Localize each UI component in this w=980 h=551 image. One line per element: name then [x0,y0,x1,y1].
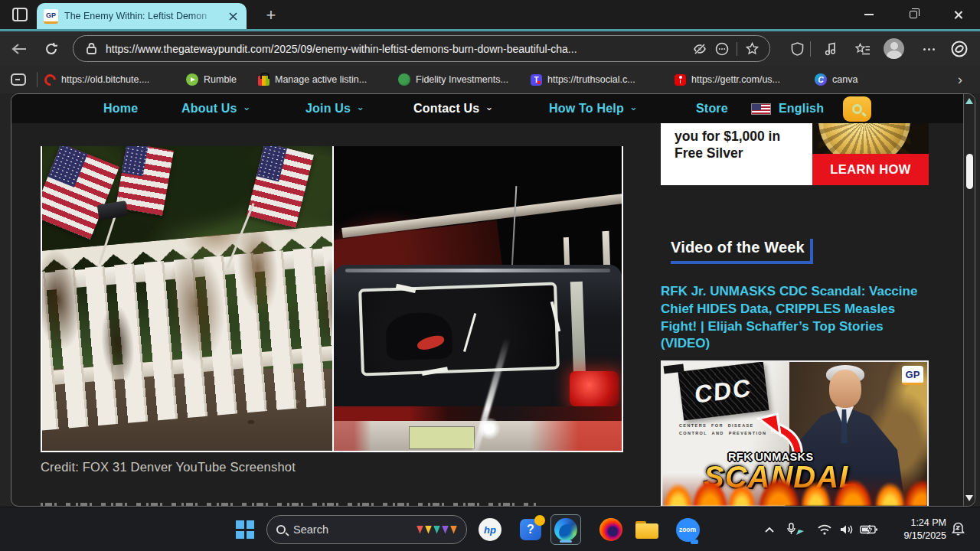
zoom-app-button[interactable]: zoom [672,514,703,545]
url-text[interactable]: https://www.thegatewaypundit.com/2025/09… [106,43,685,55]
bookmarks-overflow-chevron[interactable] [952,71,968,88]
ellipsis-glyph [923,48,935,51]
glass-shard [463,313,476,352]
refresh-button[interactable] [41,39,61,59]
bookmark-ebay-listings[interactable]: Manage active listin... [258,66,367,93]
nav-store[interactable]: Store [696,94,728,123]
favorites-icon[interactable] [853,39,873,59]
lens-flare-core [478,417,501,440]
address-bar[interactable]: https://www.thegatewaypundit.com/2025/09… [73,35,770,62]
privacy-eye-icon[interactable] [692,41,707,57]
nav-about-us[interactable]: About Us [181,94,251,123]
bookmark-canva[interactable]: C canva [815,66,858,93]
star-list-glyph [855,43,871,56]
scroll-down-arrow[interactable] [965,495,973,501]
bookmark-label: https://truthsocial.c... [547,74,635,85]
browser-toolbar: https://www.thegatewaypundit.com/2025/09… [0,31,980,66]
back-button[interactable] [9,39,29,59]
close-window-button[interactable] [936,0,980,29]
bookmark-fidelity[interactable]: Fidelity Investments... [398,66,508,93]
bookmark-rumble[interactable]: Rumble [186,66,237,93]
edge-icon [554,518,577,541]
lock-icon[interactable] [83,41,99,57]
photo-burned-car [334,146,622,451]
gp-logo-badge: GP [902,366,923,385]
search-icon [852,104,862,114]
copilot-icon[interactable] [949,39,969,59]
scroll-up-arrow[interactable] [965,98,973,104]
favorite-star-icon[interactable] [744,41,760,57]
taskbar-clock[interactable]: 1:24 PM 9/15/2025 [882,517,946,543]
bookmark-label: Manage active listin... [275,74,367,85]
tab-actions-menu-button[interactable] [11,6,29,23]
page-scrollbar[interactable] [963,94,975,506]
learn-how-button[interactable]: LEARN HOW [812,154,929,185]
search-icon [276,525,286,534]
wifi-icon[interactable] [816,522,833,537]
sidebar-panel-button[interactable] [9,71,28,88]
media-controls-icon[interactable] [821,39,841,59]
bookmark-label: https://old.bitchute.... [61,74,149,85]
eye-slash-glyph [693,43,707,55]
start-button[interactable] [230,514,260,545]
car-body [334,265,622,451]
browser-essentials-icon[interactable] [787,39,807,59]
volume-icon[interactable] [838,522,855,537]
firefox-app-button[interactable] [596,514,626,545]
zoom-icon: zoom [676,518,700,542]
nav-join-us[interactable]: Join Us [305,94,364,123]
notifications-bell[interactable] [949,520,966,536]
rumble-icon [186,73,198,86]
workspace-icon [12,8,28,21]
clock-date: 9/15/2025 [882,530,946,543]
settings-ellipsis-icon[interactable] [919,39,939,59]
bookmark-gettr[interactable]: https://gettr.com/us... [675,66,780,93]
bookmark-truthsocial[interactable]: T https://truthsocial.c... [531,66,635,93]
nav-label: About Us [181,102,237,116]
fidelity-icon [398,73,410,86]
taskbar-search[interactable]: Search [266,515,467,544]
nav-home[interactable]: Home [103,94,138,123]
help-icon: ? [520,519,541,540]
active-browser-tab[interactable]: GP The Enemy Within: Leftist Demon [37,3,247,29]
image-credit-caption: Credit: FOX 31 Denver YouTube Screenshot [41,460,296,474]
video-thumbnail[interactable]: CDC Centers for Disease Control and Prev… [661,360,929,507]
divider [37,72,38,87]
site-search-button[interactable] [843,96,871,122]
bookmark-label: Rumble [204,74,237,85]
new-tab-button[interactable] [262,6,280,24]
hp-icon: hp [479,518,501,541]
bookmark-bitchute[interactable]: https://old.bitchute.... [44,66,149,93]
nav-contact-us[interactable]: Contact Us [413,94,494,123]
article-figure [41,146,623,452]
tab-close-icon[interactable] [226,9,240,23]
tray-overflow-chevron[interactable] [761,522,778,537]
window-controls [847,0,980,29]
scrollbar-thumb[interactable] [966,154,973,189]
windows-logo-icon [236,520,254,539]
ad-line-1: you for $1,000 in [675,129,780,145]
profile-avatar[interactable] [884,38,904,59]
back-arrow-icon [11,43,27,55]
padlock-glyph [87,43,96,54]
bitchute-icon [42,71,58,87]
circle-dots-glyph [715,42,729,56]
edge-app-button-active[interactable] [550,514,581,545]
mic-in-use-indicator[interactable] [784,522,807,537]
hp-app-button[interactable]: hp [475,514,505,545]
file-explorer-button[interactable] [632,514,662,545]
battery-icon[interactable] [859,522,879,537]
silver-ad[interactable]: you for $1,000 in Free Silver LEARN HOW [661,123,929,185]
nav-label: Contact Us [413,102,479,116]
minimize-button[interactable] [847,0,891,29]
battery-charging-glyph [860,524,878,535]
nav-how-to-help[interactable]: How To Help [549,94,638,123]
restore-button[interactable] [891,0,936,29]
page-tools-icon[interactable] [714,41,730,57]
ad-copy: you for $1,000 in Free Silver [675,129,780,162]
bookmark-label: https://gettr.com/us... [691,74,780,85]
video-headline-link[interactable]: RFK Jr. UNMASKS CDC Scandal: Vaccine Chi… [661,283,920,353]
nav-language[interactable]: English [779,94,824,123]
get-help-app-button[interactable]: ? [515,514,546,545]
search-placeholder: Search [293,523,409,536]
